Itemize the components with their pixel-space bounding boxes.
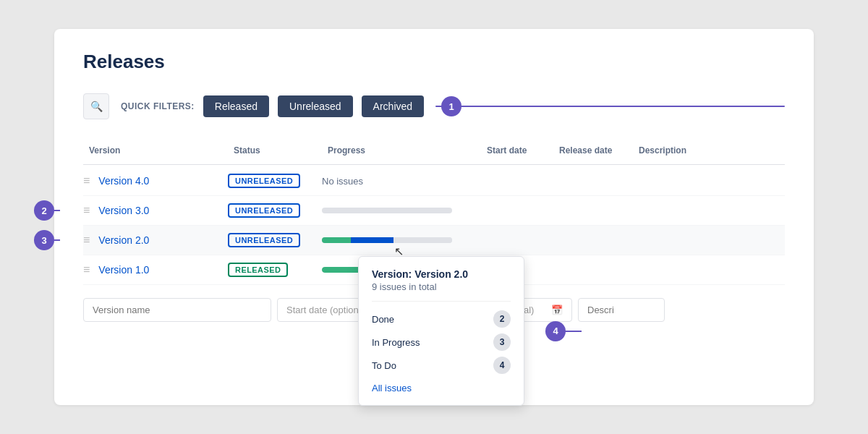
- filter-bar: 🔍 QUICK FILTERS: Released Unreleased Arc…: [83, 93, 785, 119]
- version-link[interactable]: Version 4.0: [98, 175, 149, 187]
- todo-fill: [393, 237, 452, 243]
- tooltip-inprogress-count: 3: [493, 333, 511, 351]
- version-link[interactable]: Version 2.0: [98, 234, 149, 246]
- progress-bar-multi: [322, 237, 452, 243]
- tooltip-todo-label: To Do: [372, 360, 396, 371]
- status-cell: RELEASED: [228, 263, 322, 277]
- tooltip-done-label: Done: [372, 314, 394, 325]
- version-cell: ≡ Version 2.0: [83, 234, 228, 247]
- col-startdate: Start date: [481, 142, 553, 158]
- quick-filters-label: QUICK FILTERS:: [121, 101, 195, 111]
- releases-table: Version Status Progress Start date Relea…: [83, 142, 785, 285]
- version-link[interactable]: Version 3.0: [98, 205, 149, 216]
- version-cell: ≡ Version 3.0: [83, 204, 228, 217]
- start-date-label: Start date (optional): [286, 305, 369, 315]
- status-cell: UNRELEASED: [228, 203, 322, 218]
- inprogress-fill: [351, 237, 393, 243]
- annotation-badge-1: 1: [441, 96, 461, 116]
- annotation-badge-3: 3: [34, 230, 54, 250]
- main-card: Releases 🔍 QUICK FILTERS: Released Unrel…: [54, 29, 814, 405]
- search-box[interactable]: 🔍: [83, 93, 109, 119]
- description-input[interactable]: [578, 298, 665, 322]
- status-badge: UNRELEASED: [228, 233, 300, 247]
- status-cell: UNRELEASED: [228, 174, 322, 188]
- tooltip-divider: [372, 301, 511, 302]
- annotation-group-3: 3: [34, 239, 60, 241]
- annotation-line-1: [435, 106, 785, 107]
- tooltip-todo-count: 4: [493, 357, 511, 374]
- annotation-group-2: 2: [34, 210, 60, 211]
- table-header: Version Status Progress Start date Relea…: [83, 142, 785, 165]
- version-cell: ≡ Version 4.0: [83, 174, 228, 187]
- tooltip-inprogress-label: In Progress: [372, 337, 420, 348]
- drag-handle-icon[interactable]: ≡: [83, 263, 94, 276]
- archived-filter-button[interactable]: Archived: [362, 95, 424, 117]
- progress-cell: ↖: [322, 237, 481, 243]
- col-status: Status: [228, 142, 322, 158]
- progress-cell: No issues: [322, 176, 481, 187]
- col-releasedate: Release date: [553, 142, 633, 158]
- status-badge: RELEASED: [228, 263, 288, 277]
- table-row: ≡ Version 4.0 UNRELEASED No issues: [83, 166, 785, 196]
- version-link[interactable]: Version 1.0: [98, 264, 149, 276]
- version-cell: ≡ Version 1.0: [83, 263, 228, 276]
- progress-text: No issues: [322, 176, 363, 187]
- page-title: Releases: [83, 51, 785, 73]
- progress-bar: [322, 208, 452, 213]
- tooltip-subtitle: 9 issues in total: [372, 281, 511, 292]
- calendar-icon: 📅: [551, 305, 563, 315]
- annotation-group-4: 4: [545, 331, 582, 332]
- col-description: Description: [633, 142, 785, 158]
- released-filter-button[interactable]: Released: [203, 95, 269, 117]
- tooltip-title: Version: Version 2.0: [372, 268, 511, 280]
- done-fill: [322, 237, 351, 243]
- annotation-badge-2: 2: [34, 200, 54, 221]
- version-tooltip: Version: Version 2.0 9 issues in total D…: [358, 256, 524, 406]
- tooltip-inprogress-row: In Progress 3: [372, 331, 511, 354]
- status-cell: UNRELEASED: [228, 233, 322, 247]
- col-version: Version: [83, 142, 228, 158]
- tooltip-done-row: Done 2: [372, 307, 511, 331]
- progress-cell: [322, 208, 481, 213]
- table-row: 3 ≡ Version 2.0 UNRELEASED ↖: [83, 226, 785, 255]
- drag-handle-icon[interactable]: ≡: [83, 204, 94, 217]
- status-badge: UNRELEASED: [228, 174, 300, 188]
- all-issues-link[interactable]: All issues: [372, 383, 511, 393]
- table-row: 2 ≡ Version 3.0 UNRELEASED: [83, 196, 785, 226]
- drag-handle-icon[interactable]: ≡: [83, 234, 94, 247]
- drag-handle-icon[interactable]: ≡: [83, 174, 94, 187]
- version-name-input[interactable]: [83, 298, 271, 322]
- search-icon: 🔍: [90, 101, 103, 112]
- tooltip-todo-row: To Do 4: [372, 354, 511, 377]
- annotation-badge-4: 4: [545, 321, 566, 341]
- tooltip-done-count: 2: [493, 310, 511, 328]
- unreleased-filter-button[interactable]: Unreleased: [278, 95, 353, 117]
- col-progress: Progress: [322, 142, 481, 158]
- status-badge: UNRELEASED: [228, 203, 300, 218]
